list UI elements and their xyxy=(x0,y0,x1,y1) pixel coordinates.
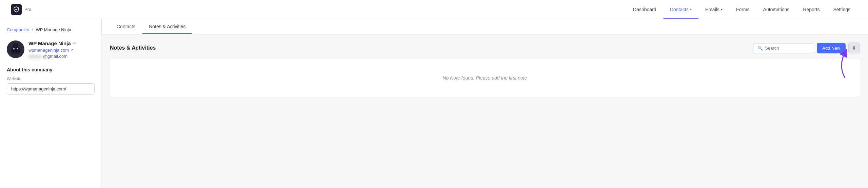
notes-actions: 🔍 Add New ⬇ xyxy=(753,42,860,53)
emails-chevron-icon: ▾ xyxy=(721,7,723,11)
notes-header: Notes & Activities 🔍 Add New ⬇ xyxy=(110,42,860,53)
website-input[interactable] xyxy=(7,83,95,95)
nav-item-forms[interactable]: Forms xyxy=(729,0,756,19)
nav-item-automations[interactable]: Automations xyxy=(756,0,796,19)
empty-state-text: No Note found. Please add the first note xyxy=(118,75,852,81)
company-name-row: WP Manage Ninja ✏ xyxy=(28,40,95,46)
breadcrumb-separator: / xyxy=(32,27,33,32)
tab-notes-activities[interactable]: Notes & Activities xyxy=(142,19,192,34)
logo-icon[interactable] xyxy=(11,4,22,15)
breadcrumb-current: WP Manage Ninja xyxy=(36,27,71,32)
content-area: Contacts Notes & Activities Notes & Acti… xyxy=(102,19,868,188)
nav-item-settings[interactable]: Settings xyxy=(826,0,857,19)
contacts-chevron-icon: ▾ xyxy=(690,7,692,11)
breadcrumb: Companies / WP Manage Ninja xyxy=(7,27,95,32)
nav-item-emails[interactable]: Emails ▾ xyxy=(698,0,729,19)
about-title: About this company xyxy=(7,67,95,72)
website-field-label: Website xyxy=(7,76,95,81)
download-button[interactable]: ⬇ xyxy=(848,42,860,53)
nav-item-reports[interactable]: Reports xyxy=(796,0,826,19)
avatar xyxy=(7,40,24,58)
svg-point-5 xyxy=(13,49,14,50)
top-nav: Pro Dashboard Contacts ▾ Emails ▾ Forms … xyxy=(0,0,868,19)
sidebar: Companies / WP Manage Ninja xyxy=(0,19,102,188)
nav-links: Dashboard Contacts ▾ Emails ▾ Forms Auto… xyxy=(626,0,857,19)
company-info: WP Manage Ninja ✏ wpmanageninja.com ↗ xx… xyxy=(28,40,95,59)
svg-point-6 xyxy=(17,49,18,50)
company-website-link[interactable]: wpmanageninja.com ↗ xyxy=(28,48,95,53)
logo-area: Pro xyxy=(11,4,31,15)
nav-item-contacts[interactable]: Contacts ▾ xyxy=(663,0,698,19)
svg-rect-7 xyxy=(12,50,20,52)
about-section: About this company Website xyxy=(7,67,95,95)
search-icon: 🔍 xyxy=(757,46,763,51)
email-blurred: xxxxxx xyxy=(28,54,42,59)
edit-icon[interactable]: ✏ xyxy=(73,41,77,46)
tabs-bar: Contacts Notes & Activities xyxy=(102,19,868,34)
notes-section: Notes & Activities 🔍 Add New ⬇ xyxy=(102,34,868,105)
svg-point-8 xyxy=(13,43,18,47)
download-icon: ⬇ xyxy=(852,45,856,51)
main-layout: Companies / WP Manage Ninja xyxy=(0,19,868,188)
company-email: xxxxxx @gmail.com xyxy=(28,54,95,59)
company-profile: WP Manage Ninja ✏ wpmanageninja.com ↗ xx… xyxy=(7,40,95,59)
company-name: WP Manage Ninja xyxy=(28,40,71,46)
breadcrumb-parent-link[interactable]: Companies xyxy=(7,27,29,32)
tab-contacts[interactable]: Contacts xyxy=(110,19,142,34)
search-input[interactable] xyxy=(765,46,810,51)
logo-label: Pro xyxy=(24,7,31,12)
add-new-button[interactable]: Add New xyxy=(817,43,846,53)
nav-item-dashboard[interactable]: Dashboard xyxy=(626,0,663,19)
external-link-icon: ↗ xyxy=(70,48,73,52)
search-box[interactable]: 🔍 xyxy=(753,43,814,53)
notes-title: Notes & Activities xyxy=(110,45,156,51)
empty-state: No Note found. Please add the first note xyxy=(110,59,860,97)
